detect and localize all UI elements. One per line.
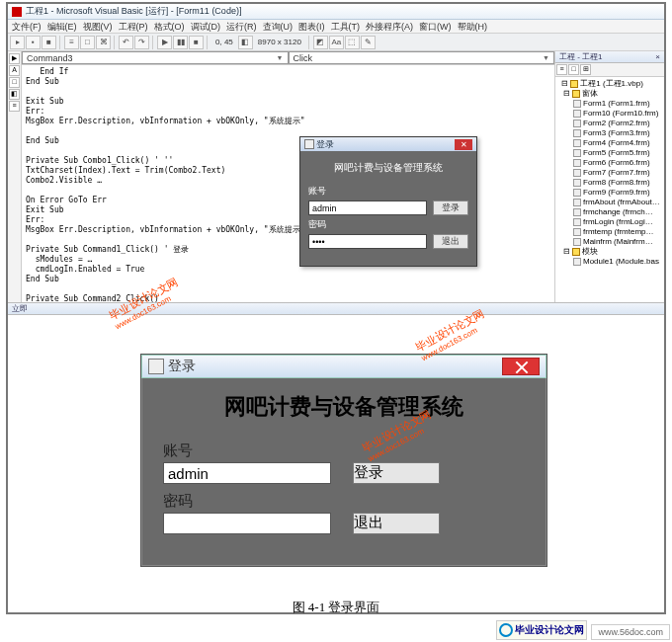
tree-item-form[interactable]: frmAbout (frmAbout… <box>557 198 662 207</box>
menu-item[interactable]: 文件(F) <box>12 21 42 32</box>
app-icon <box>304 139 314 149</box>
toolbox-btn[interactable]: ≡ <box>9 101 20 112</box>
login-dialog-large: 登录 网吧计费与设备管理系统 账号 登录 密码 退出 <box>140 354 547 567</box>
tool-btn[interactable]: ✎ <box>361 36 376 49</box>
username-input[interactable] <box>308 201 427 215</box>
ide-menubar[interactable]: 文件(F) 编辑(E) 视图(V) 工程(P) 格式(O) 调试(D) 运行(R… <box>8 20 664 34</box>
form-icon <box>573 139 581 147</box>
tool-btn[interactable]: ▸ <box>10 36 25 49</box>
project-title-text: 工程 - 工程1 <box>559 51 603 62</box>
menu-item[interactable]: 窗口(W) <box>419 21 452 32</box>
tool-btn[interactable]: ⬚ <box>345 36 360 49</box>
menu-item[interactable]: 图表(I) <box>298 21 325 32</box>
size-readout: 8970 x 3120 <box>254 38 305 46</box>
dialog-body: 网吧计费与设备管理系统 账号 登录 密码 退出 <box>300 151 476 266</box>
tool-btn[interactable]: Aa <box>329 36 344 49</box>
tree-folder[interactable]: ⊟ 窗体 <box>557 89 662 99</box>
site-url: www.56doc.com <box>591 624 670 640</box>
tree-item-module[interactable]: Module1 (Module.bas <box>557 257 662 267</box>
dialog-headline: 网吧计费与设备管理系统 <box>308 161 468 175</box>
close-icon[interactable]: × <box>655 52 660 61</box>
project-explorer-title: 工程 - 工程1× <box>555 51 664 63</box>
username-label: 账号 <box>163 441 331 460</box>
username-label: 账号 <box>308 185 332 198</box>
tree-item-form[interactable]: Form4 (Form4.frm) <box>557 138 662 148</box>
site-logo: 毕业设计论文网 <box>496 620 587 640</box>
tool-btn[interactable]: ↷ <box>134 36 149 49</box>
menu-item[interactable]: 工具(T) <box>331 21 361 32</box>
tool-btn[interactable]: ■ <box>42 36 56 49</box>
tree-item-form[interactable]: Form10 (Form10.frm) <box>557 109 662 119</box>
tree-folder[interactable]: ⊟ 模块 <box>557 247 662 257</box>
exit-button[interactable]: 退出 <box>353 513 440 534</box>
tree-item-form[interactable]: Form9 (Form9.frm) <box>557 188 662 198</box>
run-btn[interactable]: ▶ <box>157 36 172 49</box>
close-button[interactable]: ✕ <box>455 139 472 150</box>
exit-button[interactable]: 退出 <box>433 234 468 249</box>
dialog-titlebar[interactable]: 登录 ✕ <box>300 137 476 151</box>
tool-btn[interactable]: ↶ <box>119 36 133 49</box>
tree-item-form[interactable]: frmchange (frmch… <box>557 207 662 217</box>
tool-btn[interactable]: ⌘ <box>96 36 111 49</box>
stop-btn[interactable]: ■ <box>189 36 204 49</box>
tree-item-form[interactable]: Form8 (Form8.frm) <box>557 178 662 188</box>
tree-item-form[interactable]: Form7 (Form7.frm) <box>557 168 662 178</box>
tool-btn[interactable]: □ <box>80 36 95 49</box>
menu-item[interactable]: 外接程序(A) <box>366 21 413 32</box>
position-readout: 0, 45 <box>211 38 237 46</box>
ide-toolbar: ▸ ▪ ■ ≡ □ ⌘ ↶ ↷ ▶ ▮▮ ■ 0, 45 ◧ 8970 x 31… <box>8 34 664 51</box>
login-button[interactable]: 登录 <box>353 462 440 484</box>
tree-item-form[interactable]: frmtemp (frmtemp… <box>557 227 662 237</box>
login-button[interactable]: 登录 <box>433 201 468 215</box>
project-toolbar: ≡ □ ⊞ <box>555 63 664 77</box>
menu-item[interactable]: 查询(U) <box>263 21 294 32</box>
menu-item[interactable]: 运行(R) <box>226 21 257 32</box>
username-input[interactable] <box>163 462 331 484</box>
toolbox-btn[interactable]: ▶ <box>9 53 20 64</box>
tool-btn[interactable]: ◧ <box>238 36 253 49</box>
object-combo[interactable]: Command3▼ <box>22 51 289 64</box>
logo-circle-icon <box>499 623 513 637</box>
toggle-btn[interactable]: ⊞ <box>580 64 591 75</box>
tree-item-form[interactable]: Form2 (Form2.frm) <box>557 119 662 128</box>
close-button[interactable] <box>502 358 540 375</box>
dialog-titlebar[interactable]: 登录 <box>141 355 546 378</box>
pause-btn[interactable]: ▮▮ <box>173 36 188 49</box>
toolbox-btn[interactable]: ◧ <box>9 89 20 100</box>
menu-item[interactable]: 视图(V) <box>83 21 113 32</box>
form-icon <box>573 100 581 108</box>
tool-btn[interactable]: ▪ <box>26 36 41 49</box>
tree-item-form[interactable]: Mainfrm (Mainfrm… <box>557 237 662 247</box>
tree-item-form[interactable]: Form6 (Form6.frm) <box>557 158 662 168</box>
dialog-title: 登录 <box>316 138 334 151</box>
menu-item[interactable]: 工程(P) <box>119 21 148 32</box>
tree-item-form[interactable]: Form3 (Form3.frm) <box>557 128 662 138</box>
form-icon <box>573 169 581 177</box>
project-tree[interactable]: ⊟ 工程1 (工程1.vbp) ⊟ 窗体 Form1 (Form1.frm)Fo… <box>555 77 664 269</box>
tree-root[interactable]: ⊟ 工程1 (工程1.vbp) <box>557 79 662 89</box>
tree-item-form[interactable]: Form5 (Form5.frm) <box>557 148 662 158</box>
tree-item-form[interactable]: Form1 (Form1.frm) <box>557 99 662 109</box>
menu-item[interactable]: 编辑(E) <box>47 21 77 32</box>
view-code-btn[interactable]: ≡ <box>556 64 567 75</box>
proc-combo[interactable]: Click▼ <box>289 51 555 64</box>
form-icon <box>573 110 581 118</box>
view-object-btn[interactable]: □ <box>568 64 579 75</box>
chevron-down-icon: ▼ <box>277 54 284 61</box>
form-icon <box>573 129 581 137</box>
tool-btn[interactable]: ◩ <box>313 36 328 49</box>
tree-item-form[interactable]: frmLogin (frmLogi… <box>557 217 662 227</box>
toolbox-btn[interactable]: A <box>9 65 20 76</box>
password-input[interactable] <box>308 234 427 249</box>
tool-btn[interactable]: ≡ <box>64 36 79 49</box>
menu-item[interactable]: 格式(O) <box>154 21 185 32</box>
dialog-headline: 网吧计费与设备管理系统 <box>163 392 525 422</box>
toolbox-btn[interactable]: □ <box>9 77 20 88</box>
code-combo-row: Command3▼ Click▼ <box>22 51 554 65</box>
folder-icon <box>572 248 580 256</box>
form-icon <box>573 208 581 216</box>
menu-item[interactable]: 帮助(H) <box>458 21 488 32</box>
password-input[interactable] <box>163 513 331 534</box>
menu-item[interactable]: 调试(D) <box>191 21 221 32</box>
folder-icon <box>572 90 580 98</box>
